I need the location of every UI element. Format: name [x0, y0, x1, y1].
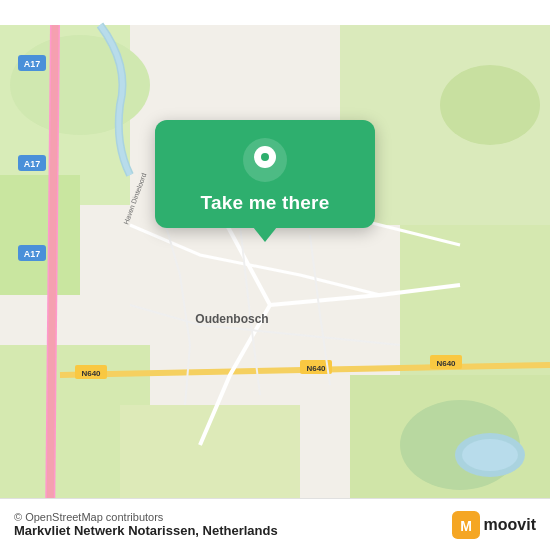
- bottom-left-content: © OpenStreetMap contributors Markvliet N…: [14, 511, 278, 538]
- svg-point-3: [10, 35, 150, 135]
- popup-card: Take me there: [155, 120, 375, 228]
- svg-text:Oudenbosch: Oudenbosch: [195, 312, 268, 326]
- svg-point-30: [261, 153, 269, 161]
- svg-text:N640: N640: [81, 369, 101, 378]
- location-name: Markvliet Netwerk Notarissen, Netherland…: [14, 523, 278, 538]
- moovit-icon: M: [452, 511, 480, 539]
- map-background: A17 A17 A17 N640 N640 N640 Oudenbosch Ha…: [0, 0, 550, 550]
- take-me-there-button[interactable]: Take me there: [201, 192, 330, 214]
- svg-point-10: [440, 65, 540, 145]
- svg-point-12: [462, 439, 518, 471]
- bottom-bar: © OpenStreetMap contributors Markvliet N…: [0, 498, 550, 550]
- svg-rect-2: [0, 175, 80, 295]
- svg-text:A17: A17: [24, 159, 41, 169]
- svg-text:N640: N640: [306, 364, 326, 373]
- copyright-text: © OpenStreetMap contributors: [14, 511, 278, 523]
- svg-rect-5: [400, 225, 550, 385]
- svg-text:N640: N640: [436, 359, 456, 368]
- svg-text:M: M: [460, 517, 472, 533]
- moovit-logo: M moovit: [452, 511, 536, 539]
- map-container: A17 A17 A17 N640 N640 N640 Oudenbosch Ha…: [0, 0, 550, 550]
- location-pin-icon: [243, 138, 287, 182]
- svg-text:A17: A17: [24, 59, 41, 69]
- moovit-brand-text: moovit: [484, 516, 536, 534]
- svg-text:A17: A17: [24, 249, 41, 259]
